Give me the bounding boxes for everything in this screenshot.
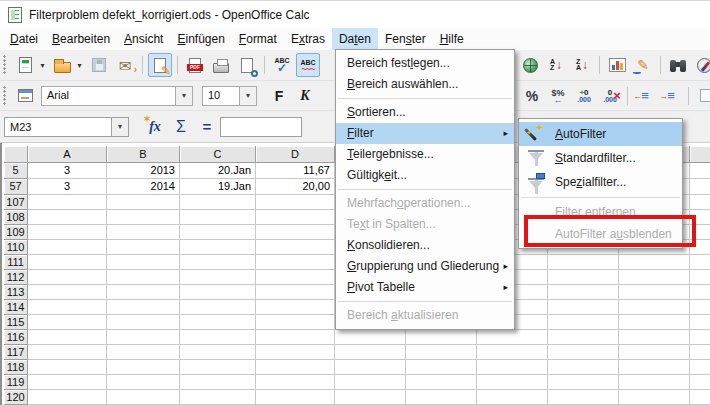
menu-item-sortieren[interactable]: Sortieren... [336,102,514,123]
cell[interactable]: 19.Jan [180,179,256,195]
submenu-item-spezialfilter[interactable]: Spezialfilter... [519,170,682,194]
row-header-119[interactable]: 119 [4,375,28,390]
cell[interactable]: 20,00 [256,179,335,195]
cell[interactable] [107,210,180,225]
cell[interactable] [256,225,335,240]
cell[interactable] [690,300,710,315]
cell[interactable] [28,270,107,285]
menubar-item-datei[interactable]: Datei [3,28,45,50]
column-header-b[interactable]: B [107,146,180,163]
open-button[interactable] [50,53,74,77]
cell[interactable] [180,360,256,375]
insert-chart-button[interactable] [605,53,629,77]
font-name-combo[interactable]: Arial ▾ [41,86,193,106]
row-header-109[interactable]: 109 [4,225,28,240]
draw-functions-button[interactable]: ✎ [631,53,655,77]
cell[interactable] [256,285,335,300]
formula-input[interactable] [220,117,302,137]
function-button[interactable]: = [195,115,219,139]
cell[interactable] [180,270,256,285]
menu-item-bereich-auswählen[interactable]: Bereich auswählen... [336,74,514,95]
column-header-d[interactable]: D [256,146,335,163]
cell[interactable] [180,375,256,390]
cell[interactable] [107,195,180,210]
cell[interactable] [28,240,107,255]
cell[interactable] [406,330,477,345]
cell[interactable] [180,300,256,315]
cell[interactable]: 11,67 [256,163,335,179]
menu-item-text-in-spalten[interactable]: Text in Spalten... [336,214,514,235]
cell[interactable] [335,345,406,360]
cell[interactable] [335,360,406,375]
cell[interactable] [477,330,548,345]
cell[interactable] [28,375,107,390]
menubar-item-hilfe[interactable]: Hilfe [433,28,471,50]
cell[interactable] [619,285,690,300]
cell[interactable] [256,195,335,210]
cell[interactable] [619,375,690,390]
styles-button[interactable] [13,84,37,108]
save-button[interactable] [87,53,111,77]
row-header-118[interactable]: 118 [4,360,28,375]
name-box[interactable]: M23 ▾ [4,117,129,137]
row-header-110[interactable]: 110 [4,240,28,255]
cell[interactable] [619,360,690,375]
cell[interactable] [690,315,710,330]
hyperlink-button[interactable] [518,53,542,77]
cell[interactable] [28,390,107,405]
cell[interactable] [107,240,180,255]
cell[interactable] [690,163,710,179]
cell[interactable] [256,270,335,285]
cell[interactable] [619,390,690,405]
export-pdf-button[interactable]: PDF [183,53,207,77]
cell[interactable] [690,375,710,390]
row-header-111[interactable]: 111 [4,255,28,270]
sort-descending-button[interactable]: ZA↓ [570,53,594,77]
menu-item-gruppierung-und-gliederung[interactable]: Gruppierung und Gliederung▸ [336,256,514,277]
cell[interactable] [28,330,107,345]
cell[interactable] [107,390,180,405]
cell[interactable] [28,195,107,210]
cell[interactable] [256,345,335,360]
bold-button[interactable]: F [267,84,291,108]
cell[interactable] [180,195,256,210]
menubar-item-bearbeiten[interactable]: Bearbeiten [45,28,117,50]
cell[interactable] [180,390,256,405]
menu-item-pivot-tabelle[interactable]: Pivot Tabelle▸ [336,277,514,298]
cell[interactable] [548,300,619,315]
increase-indent-button[interactable]: →≡ [659,84,683,108]
row-header-116[interactable]: 116 [4,330,28,345]
cell[interactable] [28,300,107,315]
toolbar-grip[interactable] [3,55,8,75]
cell[interactable] [690,270,710,285]
menubar-item-extras[interactable]: Extras [284,28,332,50]
cell[interactable] [406,360,477,375]
cell[interactable] [180,255,256,270]
add-decimal-button[interactable]: +0.000 [572,84,596,108]
cell[interactable] [406,345,477,360]
cell[interactable] [619,300,690,315]
menu-item-gültigkeit[interactable]: Gültigkeit... [336,165,514,186]
cell[interactable] [548,390,619,405]
italic-button[interactable]: K [293,84,317,108]
row-header-117[interactable]: 117 [4,345,28,360]
find-replace-button[interactable] [666,53,690,77]
cell[interactable] [180,345,256,360]
cell[interactable] [28,315,107,330]
toolbar-grip[interactable] [3,86,8,106]
cell[interactable] [690,179,710,195]
cell[interactable] [548,360,619,375]
cell[interactable] [477,345,548,360]
font-name-dropdown[interactable]: ▾ [175,87,192,105]
cell[interactable] [548,255,619,270]
cell[interactable]: 2013 [107,163,180,179]
edit-mode-button[interactable]: ✎ [148,53,172,77]
cell[interactable] [690,330,710,345]
row-header-57[interactable]: 57 [4,179,28,195]
cell[interactable] [107,375,180,390]
sum-button[interactable]: Σ [169,115,193,139]
cell[interactable] [107,225,180,240]
cell[interactable] [335,375,406,390]
menubar-item-ansicht[interactable]: Ansicht [117,28,170,50]
cell[interactable] [180,285,256,300]
